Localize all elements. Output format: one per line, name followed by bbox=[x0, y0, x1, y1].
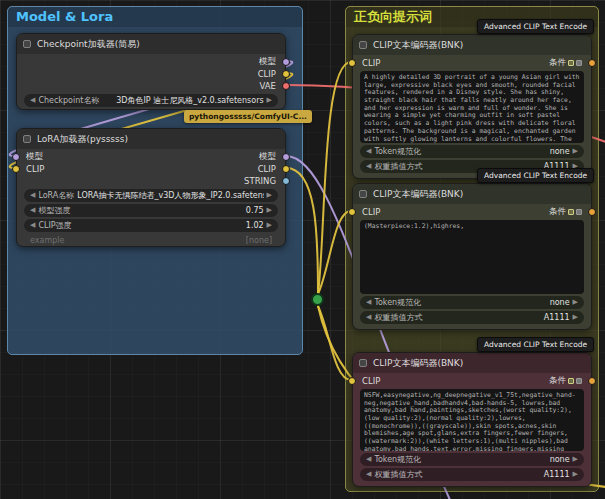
widget-clip-strength[interactable]: ◀ CLIP强度 1.02 ▶ bbox=[24, 219, 278, 232]
widget-label: LoRA名称 bbox=[38, 190, 74, 201]
pysssss-link-badge[interactable]: pythongosssss/ComfyUI-C... bbox=[184, 110, 312, 123]
arrow-right-icon[interactable]: ▶ bbox=[573, 314, 578, 321]
collapse-icon[interactable] bbox=[359, 41, 367, 49]
widget-value: 0.75 bbox=[73, 206, 263, 215]
widget-value: 3D角色IP 迪士尼风格_v2.0.safetensors bbox=[102, 95, 263, 106]
widget-example[interactable]: example [none] bbox=[24, 234, 278, 247]
node-header[interactable]: CLIP文本编码器(BNK) bbox=[353, 184, 591, 204]
bypass-toggle-icon[interactable] bbox=[576, 209, 582, 215]
node-clip-encode-negative[interactable]: CLIP文本编码器(BNK) CLIP 条件 NSFW,easynegative… bbox=[352, 352, 592, 487]
widget-label: Token规范化 bbox=[374, 146, 421, 157]
node-title: CLIP文本编码器(BNK) bbox=[373, 40, 463, 50]
node-header[interactable]: Checkpoint加载器(简易) bbox=[17, 34, 285, 54]
arrow-right-icon[interactable]: ▶ bbox=[267, 97, 272, 104]
collapse-icon[interactable] bbox=[23, 135, 31, 143]
advanced-clip-badge: Advanced CLIP Text Encode bbox=[477, 19, 594, 34]
output-slot-clip: CLIP bbox=[17, 68, 285, 80]
output-port-model[interactable] bbox=[282, 58, 290, 66]
group-title-model-lora[interactable]: Model & Lora bbox=[8, 7, 302, 27]
output-port-clip[interactable] bbox=[282, 165, 290, 173]
mute-toggle-icon[interactable] bbox=[568, 209, 574, 215]
widget-value: none bbox=[424, 147, 569, 156]
widget-value: A1111 bbox=[425, 470, 569, 479]
node-graph-canvas[interactable]: Model & Lora 正负向提示词 pythongosssss/ComfyU… bbox=[0, 0, 605, 499]
arrow-right-icon[interactable]: ▶ bbox=[267, 207, 272, 214]
prompt-textarea[interactable]: (Masterpiece:1.2),highres, bbox=[360, 220, 584, 294]
widget-token-normalization[interactable]: ◀ Token规范化 none ▶ bbox=[360, 296, 584, 309]
widget-token-normalization[interactable]: ◀ Token规范化 none ▶ bbox=[360, 453, 584, 466]
output-port-vae[interactable] bbox=[282, 82, 290, 90]
widget-lora-name[interactable]: ◀ LoRA名称 LORA抽卡无惧陈结者_v3D人物形象_IP2.0.safet… bbox=[24, 189, 278, 202]
arrow-right-icon[interactable]: ▶ bbox=[267, 222, 272, 229]
widget-token-normalization[interactable]: ◀ Token规范化 none ▶ bbox=[360, 145, 584, 158]
node-clip-encode-positive-b[interactable]: CLIP文本编码器(BNK) CLIP 条件 (Masterpiece:1.2)… bbox=[352, 183, 592, 330]
output-port-string[interactable] bbox=[282, 177, 290, 185]
widget-label: example bbox=[30, 236, 64, 245]
output-port-conditioning[interactable] bbox=[588, 208, 596, 216]
node-clip-encode-positive-a[interactable]: CLIP文本编码器(BNK) CLIP 条件 A highly detailed… bbox=[352, 34, 592, 179]
node-lora-loader[interactable]: LoRA加载器(pysssss) 模型 模型 CLIP CLIP STRING … bbox=[16, 128, 286, 247]
slot-row-clip-cond: CLIP 条件 bbox=[353, 375, 591, 387]
widget-value: none bbox=[424, 298, 569, 307]
widget-weight-interpretation[interactable]: ◀ 权重插值方式 A1111 ▶ bbox=[360, 311, 584, 324]
arrow-left-icon[interactable]: ◀ bbox=[30, 97, 35, 104]
input-port-model[interactable] bbox=[12, 153, 20, 161]
arrow-right-icon[interactable]: ▶ bbox=[267, 192, 272, 199]
node-title: Checkpoint加载器(简易) bbox=[37, 39, 140, 49]
widget-value: 1.02 bbox=[75, 221, 264, 230]
node-header[interactable]: LoRA加载器(pysssss) bbox=[17, 129, 285, 149]
output-port-model[interactable] bbox=[282, 153, 290, 161]
input-port-clip[interactable] bbox=[12, 165, 20, 173]
arrow-left-icon[interactable]: ◀ bbox=[366, 299, 371, 306]
node-header[interactable]: CLIP文本编码器(BNK) bbox=[353, 35, 591, 55]
arrow-left-icon[interactable]: ◀ bbox=[366, 456, 371, 463]
arrow-left-icon[interactable]: ◀ bbox=[366, 471, 371, 478]
input-port-clip[interactable] bbox=[348, 208, 356, 216]
output-port-conditioning[interactable] bbox=[588, 59, 596, 67]
node-title: CLIP文本编码器(BNK) bbox=[373, 189, 463, 199]
widget-value: A1111 bbox=[425, 313, 569, 322]
node-header[interactable]: CLIP文本编码器(BNK) bbox=[353, 353, 591, 373]
arrow-right-icon[interactable]: ▶ bbox=[573, 299, 578, 306]
node-checkpoint-loader[interactable]: Checkpoint加载器(简易) 模型 CLIP VAE ◀ Checkpoi… bbox=[16, 33, 286, 110]
arrow-left-icon[interactable]: ◀ bbox=[366, 314, 371, 321]
output-slot-vae: VAE bbox=[17, 80, 285, 92]
widget-value: LORA抽卡无惧陈结者_v3D人物形象_IP2.0.safetensors bbox=[77, 190, 263, 201]
node-title: LoRA加载器(pysssss) bbox=[37, 134, 128, 144]
collapse-icon[interactable] bbox=[359, 359, 367, 367]
widget-label: Token规范化 bbox=[374, 297, 421, 308]
arrow-left-icon[interactable]: ◀ bbox=[366, 148, 371, 155]
input-port-clip[interactable] bbox=[348, 377, 356, 385]
arrow-left-icon[interactable]: ◀ bbox=[30, 192, 35, 199]
output-port-conditioning[interactable] bbox=[588, 377, 596, 385]
widget-label: 权重插值方式 bbox=[374, 469, 422, 480]
prompt-textarea[interactable]: A highly detailed 3D portrait of a young… bbox=[360, 71, 584, 143]
slot-row-clip-cond: CLIP 条件 bbox=[353, 57, 591, 69]
bypass-toggle-icon[interactable] bbox=[576, 378, 582, 384]
input-port-clip[interactable] bbox=[348, 59, 356, 67]
arrow-right-icon[interactable]: ▶ bbox=[573, 456, 578, 463]
mute-toggle-icon[interactable] bbox=[568, 60, 574, 66]
collapse-icon[interactable] bbox=[359, 190, 367, 198]
arrow-right-icon[interactable]: ▶ bbox=[573, 471, 578, 478]
slot-row-model: 模型 模型 bbox=[17, 151, 285, 163]
collapse-icon[interactable] bbox=[23, 40, 31, 48]
arrow-left-icon[interactable]: ◀ bbox=[30, 207, 35, 214]
prompt-textarea[interactable]: NSFW,easynegative,ng_deepnegative_v1_75t… bbox=[360, 389, 584, 451]
widget-label: 模型强度 bbox=[38, 205, 70, 216]
slot-row-string: STRING bbox=[17, 175, 285, 187]
mute-toggle-icon[interactable] bbox=[568, 378, 574, 384]
widget-label: Checkpoint名称 bbox=[38, 95, 99, 106]
widget-checkpoint-name[interactable]: ◀ Checkpoint名称 3D角色IP 迪士尼风格_v2.0.safeten… bbox=[24, 94, 278, 107]
arrow-right-icon[interactable]: ▶ bbox=[573, 148, 578, 155]
widget-label: 权重插值方式 bbox=[374, 312, 422, 323]
arrow-left-icon[interactable]: ◀ bbox=[366, 163, 371, 170]
output-port-clip[interactable] bbox=[282, 70, 290, 78]
widget-weight-interpretation[interactable]: ◀ 权重插值方式 A1111 ▶ bbox=[360, 468, 584, 481]
arrow-left-icon[interactable]: ◀ bbox=[30, 222, 35, 229]
widget-model-strength[interactable]: ◀ 模型强度 0.75 ▶ bbox=[24, 204, 278, 217]
bypass-toggle-icon[interactable] bbox=[576, 60, 582, 66]
reroute-node[interactable] bbox=[311, 293, 324, 306]
widget-value: none bbox=[424, 455, 569, 464]
slot-row-clip: CLIP CLIP bbox=[17, 163, 285, 175]
